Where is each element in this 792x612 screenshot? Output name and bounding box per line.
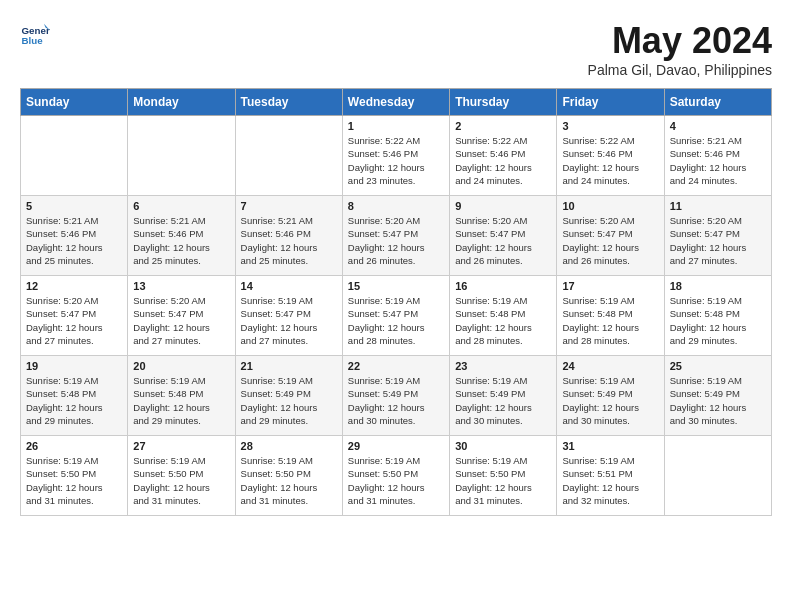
calendar-cell: 1Sunrise: 5:22 AM Sunset: 5:46 PM Daylig… [342, 116, 449, 196]
day-number: 20 [133, 360, 229, 372]
calendar-cell: 12Sunrise: 5:20 AM Sunset: 5:47 PM Dayli… [21, 276, 128, 356]
day-number: 21 [241, 360, 337, 372]
calendar-cell: 5Sunrise: 5:21 AM Sunset: 5:46 PM Daylig… [21, 196, 128, 276]
day-number: 6 [133, 200, 229, 212]
day-info: Sunrise: 5:22 AM Sunset: 5:46 PM Dayligh… [455, 134, 551, 187]
day-info: Sunrise: 5:21 AM Sunset: 5:46 PM Dayligh… [133, 214, 229, 267]
day-info: Sunrise: 5:19 AM Sunset: 5:50 PM Dayligh… [133, 454, 229, 507]
day-info: Sunrise: 5:19 AM Sunset: 5:49 PM Dayligh… [348, 374, 444, 427]
day-number: 16 [455, 280, 551, 292]
svg-text:Blue: Blue [22, 35, 44, 46]
day-info: Sunrise: 5:20 AM Sunset: 5:47 PM Dayligh… [348, 214, 444, 267]
calendar-cell: 4Sunrise: 5:21 AM Sunset: 5:46 PM Daylig… [664, 116, 771, 196]
calendar-cell: 11Sunrise: 5:20 AM Sunset: 5:47 PM Dayli… [664, 196, 771, 276]
calendar-week-1: 1Sunrise: 5:22 AM Sunset: 5:46 PM Daylig… [21, 116, 772, 196]
calendar-cell: 24Sunrise: 5:19 AM Sunset: 5:49 PM Dayli… [557, 356, 664, 436]
day-number: 25 [670, 360, 766, 372]
calendar-cell [235, 116, 342, 196]
day-number: 5 [26, 200, 122, 212]
calendar-cell: 28Sunrise: 5:19 AM Sunset: 5:50 PM Dayli… [235, 436, 342, 516]
day-info: Sunrise: 5:21 AM Sunset: 5:46 PM Dayligh… [241, 214, 337, 267]
day-number: 12 [26, 280, 122, 292]
day-info: Sunrise: 5:19 AM Sunset: 5:51 PM Dayligh… [562, 454, 658, 507]
day-number: 3 [562, 120, 658, 132]
calendar-cell: 8Sunrise: 5:20 AM Sunset: 5:47 PM Daylig… [342, 196, 449, 276]
calendar-week-4: 19Sunrise: 5:19 AM Sunset: 5:48 PM Dayli… [21, 356, 772, 436]
day-number: 15 [348, 280, 444, 292]
calendar-cell: 23Sunrise: 5:19 AM Sunset: 5:49 PM Dayli… [450, 356, 557, 436]
day-number: 1 [348, 120, 444, 132]
calendar-week-2: 5Sunrise: 5:21 AM Sunset: 5:46 PM Daylig… [21, 196, 772, 276]
day-number: 28 [241, 440, 337, 452]
day-info: Sunrise: 5:20 AM Sunset: 5:47 PM Dayligh… [133, 294, 229, 347]
day-number: 27 [133, 440, 229, 452]
calendar-cell: 3Sunrise: 5:22 AM Sunset: 5:46 PM Daylig… [557, 116, 664, 196]
calendar-cell: 30Sunrise: 5:19 AM Sunset: 5:50 PM Dayli… [450, 436, 557, 516]
calendar-table: SundayMondayTuesdayWednesdayThursdayFrid… [20, 88, 772, 516]
calendar-cell: 31Sunrise: 5:19 AM Sunset: 5:51 PM Dayli… [557, 436, 664, 516]
calendar-week-3: 12Sunrise: 5:20 AM Sunset: 5:47 PM Dayli… [21, 276, 772, 356]
page-header: General Blue May 2024 Palma Gil, Davao, … [20, 20, 772, 78]
day-number: 11 [670, 200, 766, 212]
day-number: 7 [241, 200, 337, 212]
day-info: Sunrise: 5:20 AM Sunset: 5:47 PM Dayligh… [670, 214, 766, 267]
calendar-cell: 2Sunrise: 5:22 AM Sunset: 5:46 PM Daylig… [450, 116, 557, 196]
day-number: 22 [348, 360, 444, 372]
day-info: Sunrise: 5:20 AM Sunset: 5:47 PM Dayligh… [455, 214, 551, 267]
day-number: 10 [562, 200, 658, 212]
weekday-header-wednesday: Wednesday [342, 89, 449, 116]
day-info: Sunrise: 5:19 AM Sunset: 5:48 PM Dayligh… [670, 294, 766, 347]
calendar-cell: 13Sunrise: 5:20 AM Sunset: 5:47 PM Dayli… [128, 276, 235, 356]
day-number: 18 [670, 280, 766, 292]
calendar-cell: 27Sunrise: 5:19 AM Sunset: 5:50 PM Dayli… [128, 436, 235, 516]
calendar-cell [128, 116, 235, 196]
day-number: 23 [455, 360, 551, 372]
calendar-cell: 20Sunrise: 5:19 AM Sunset: 5:48 PM Dayli… [128, 356, 235, 436]
calendar-cell: 10Sunrise: 5:20 AM Sunset: 5:47 PM Dayli… [557, 196, 664, 276]
weekday-header-saturday: Saturday [664, 89, 771, 116]
weekday-header-thursday: Thursday [450, 89, 557, 116]
day-info: Sunrise: 5:19 AM Sunset: 5:50 PM Dayligh… [348, 454, 444, 507]
day-info: Sunrise: 5:21 AM Sunset: 5:46 PM Dayligh… [26, 214, 122, 267]
calendar-cell [664, 436, 771, 516]
logo: General Blue [20, 20, 50, 50]
day-number: 24 [562, 360, 658, 372]
day-number: 8 [348, 200, 444, 212]
calendar-cell: 17Sunrise: 5:19 AM Sunset: 5:48 PM Dayli… [557, 276, 664, 356]
day-number: 19 [26, 360, 122, 372]
weekday-header-friday: Friday [557, 89, 664, 116]
day-number: 30 [455, 440, 551, 452]
day-info: Sunrise: 5:20 AM Sunset: 5:47 PM Dayligh… [26, 294, 122, 347]
day-info: Sunrise: 5:19 AM Sunset: 5:50 PM Dayligh… [26, 454, 122, 507]
weekday-header-sunday: Sunday [21, 89, 128, 116]
calendar-cell: 19Sunrise: 5:19 AM Sunset: 5:48 PM Dayli… [21, 356, 128, 436]
title-block: May 2024 Palma Gil, Davao, Philippines [588, 20, 772, 78]
day-info: Sunrise: 5:19 AM Sunset: 5:48 PM Dayligh… [455, 294, 551, 347]
calendar-cell: 26Sunrise: 5:19 AM Sunset: 5:50 PM Dayli… [21, 436, 128, 516]
day-number: 31 [562, 440, 658, 452]
day-info: Sunrise: 5:22 AM Sunset: 5:46 PM Dayligh… [348, 134, 444, 187]
day-info: Sunrise: 5:20 AM Sunset: 5:47 PM Dayligh… [562, 214, 658, 267]
day-info: Sunrise: 5:19 AM Sunset: 5:50 PM Dayligh… [455, 454, 551, 507]
logo-icon: General Blue [20, 20, 50, 50]
day-number: 29 [348, 440, 444, 452]
weekday-header-tuesday: Tuesday [235, 89, 342, 116]
calendar-cell: 29Sunrise: 5:19 AM Sunset: 5:50 PM Dayli… [342, 436, 449, 516]
day-info: Sunrise: 5:19 AM Sunset: 5:47 PM Dayligh… [241, 294, 337, 347]
location: Palma Gil, Davao, Philippines [588, 62, 772, 78]
day-number: 26 [26, 440, 122, 452]
day-info: Sunrise: 5:19 AM Sunset: 5:48 PM Dayligh… [26, 374, 122, 427]
calendar-cell: 14Sunrise: 5:19 AM Sunset: 5:47 PM Dayli… [235, 276, 342, 356]
day-info: Sunrise: 5:22 AM Sunset: 5:46 PM Dayligh… [562, 134, 658, 187]
calendar-cell: 6Sunrise: 5:21 AM Sunset: 5:46 PM Daylig… [128, 196, 235, 276]
calendar-cell: 22Sunrise: 5:19 AM Sunset: 5:49 PM Dayli… [342, 356, 449, 436]
calendar-cell: 15Sunrise: 5:19 AM Sunset: 5:47 PM Dayli… [342, 276, 449, 356]
calendar-cell: 25Sunrise: 5:19 AM Sunset: 5:49 PM Dayli… [664, 356, 771, 436]
day-info: Sunrise: 5:19 AM Sunset: 5:50 PM Dayligh… [241, 454, 337, 507]
day-info: Sunrise: 5:19 AM Sunset: 5:48 PM Dayligh… [562, 294, 658, 347]
day-info: Sunrise: 5:21 AM Sunset: 5:46 PM Dayligh… [670, 134, 766, 187]
month-title: May 2024 [588, 20, 772, 62]
day-info: Sunrise: 5:19 AM Sunset: 5:49 PM Dayligh… [241, 374, 337, 427]
day-number: 4 [670, 120, 766, 132]
day-info: Sunrise: 5:19 AM Sunset: 5:48 PM Dayligh… [133, 374, 229, 427]
